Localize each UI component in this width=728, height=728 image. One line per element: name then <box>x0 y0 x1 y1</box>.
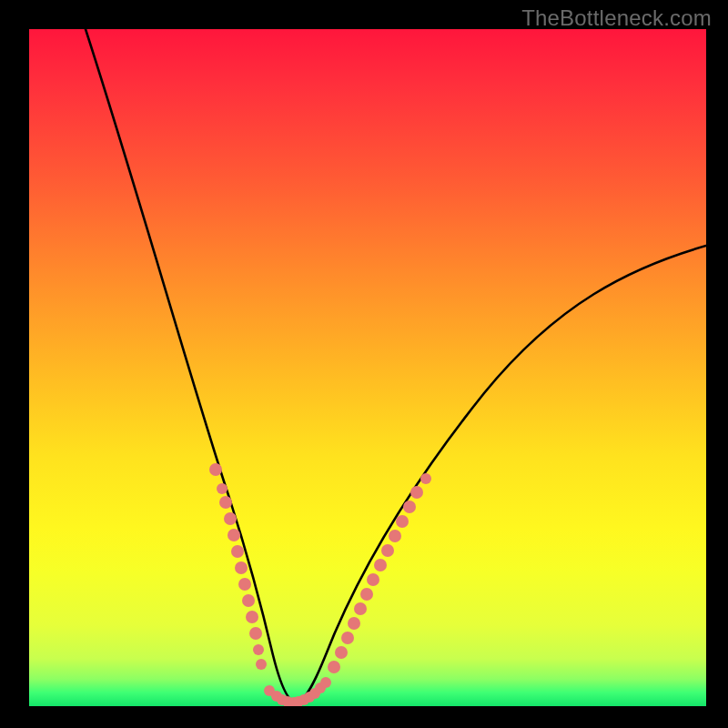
svg-point-32 <box>381 544 394 557</box>
svg-point-29 <box>360 588 373 601</box>
svg-point-31 <box>374 559 387 571</box>
svg-point-36 <box>410 486 423 499</box>
svg-point-12 <box>256 659 267 670</box>
svg-point-23 <box>320 677 331 688</box>
svg-point-6 <box>235 561 248 574</box>
watermark-text: TheBottleneck.com <box>521 5 712 31</box>
svg-point-16 <box>282 696 293 706</box>
svg-point-25 <box>335 646 348 659</box>
svg-point-18 <box>293 696 304 706</box>
svg-point-10 <box>249 627 262 640</box>
svg-point-35 <box>403 500 416 513</box>
dots-left-branch <box>209 463 267 670</box>
svg-point-17 <box>288 697 299 706</box>
svg-point-13 <box>264 685 275 696</box>
svg-point-1 <box>217 483 228 494</box>
dots-bottom <box>264 677 331 706</box>
svg-point-9 <box>246 611 258 623</box>
svg-point-22 <box>315 682 326 693</box>
svg-point-30 <box>367 573 379 586</box>
svg-point-27 <box>348 617 360 630</box>
chart-frame: TheBottleneck.com <box>0 0 728 728</box>
svg-point-14 <box>271 691 282 702</box>
svg-point-20 <box>304 692 315 703</box>
svg-point-8 <box>242 594 255 607</box>
svg-point-26 <box>341 632 354 644</box>
svg-point-0 <box>209 463 222 476</box>
svg-point-2 <box>219 496 232 509</box>
svg-point-37 <box>420 473 431 484</box>
svg-point-28 <box>354 602 367 615</box>
svg-point-15 <box>277 694 288 705</box>
bottleneck-curve <box>86 29 706 703</box>
dots-right-branch <box>328 473 431 673</box>
svg-point-3 <box>224 512 237 525</box>
svg-point-5 <box>231 545 244 558</box>
curve-layer <box>29 29 706 706</box>
svg-point-11 <box>253 644 264 655</box>
svg-point-24 <box>328 661 340 673</box>
svg-point-7 <box>238 578 251 591</box>
svg-point-21 <box>309 688 320 699</box>
svg-point-34 <box>396 515 409 528</box>
svg-point-33 <box>389 530 401 542</box>
svg-point-4 <box>228 529 240 541</box>
plot-area <box>29 29 706 706</box>
svg-point-19 <box>298 694 309 705</box>
